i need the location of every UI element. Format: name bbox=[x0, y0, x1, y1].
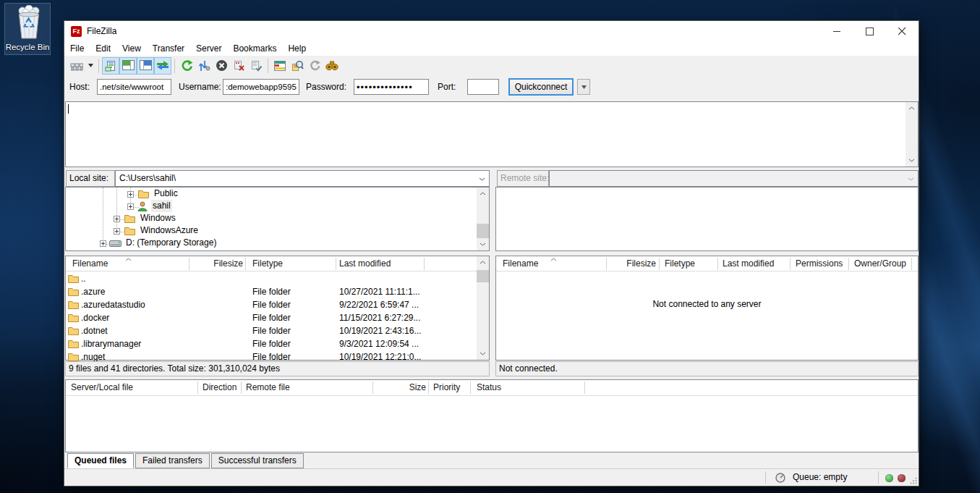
scroll-down-icon[interactable] bbox=[480, 352, 486, 355]
quickconnect-button[interactable]: Quickconnect bbox=[508, 78, 574, 96]
menu-transfer[interactable]: Transfer bbox=[147, 41, 190, 56]
menu-edit[interactable]: Edit bbox=[90, 41, 116, 56]
remote-file-list[interactable]: Filename Filesize Filetype Last modified… bbox=[495, 256, 919, 361]
menu-server[interactable]: Server bbox=[190, 41, 227, 56]
file-row[interactable]: .. bbox=[66, 272, 489, 285]
scroll-up-icon[interactable] bbox=[908, 106, 915, 110]
remote-directory-tree[interactable] bbox=[495, 187, 919, 251]
disconnect-button[interactable] bbox=[230, 57, 247, 75]
col-filetype[interactable]: Filetype bbox=[665, 256, 695, 271]
resize-grip[interactable] bbox=[910, 477, 917, 484]
folder-icon bbox=[68, 274, 79, 283]
chevron-down-icon bbox=[908, 177, 914, 181]
close-button[interactable] bbox=[886, 21, 919, 41]
col-filename[interactable]: Filename bbox=[503, 256, 538, 271]
host-input[interactable] bbox=[97, 79, 171, 95]
col-permissions[interactable]: Permissions bbox=[796, 256, 843, 271]
chevron-down-icon[interactable] bbox=[479, 177, 485, 181]
site-manager-button[interactable] bbox=[68, 57, 85, 75]
menu-bookmarks[interactable]: Bookmarks bbox=[227, 41, 282, 56]
file-row[interactable]: .azuredatastudioFile folder9/22/2021 6:5… bbox=[66, 298, 489, 311]
folder-icon bbox=[124, 214, 135, 223]
toggle-local-tree-button[interactable] bbox=[119, 57, 137, 75]
tree-expand-windows[interactable] bbox=[114, 216, 120, 222]
recycle-bin[interactable]: Recycle Bin bbox=[4, 3, 51, 55]
port-input[interactable] bbox=[467, 79, 499, 95]
col-filesize[interactable]: Filesize bbox=[606, 256, 656, 271]
transfer-queue[interactable]: Server/Local file Direction Remote file … bbox=[65, 379, 919, 452]
quickconnect-dropdown[interactable] bbox=[577, 79, 590, 95]
tree-expand-public[interactable] bbox=[127, 191, 134, 198]
queue-tabs: Queued files Failed transfers Successful… bbox=[67, 453, 305, 469]
local-site-combo[interactable]: C:\Users\sahil\ bbox=[115, 170, 490, 187]
file-row[interactable]: .librarymanagerFile folder9/3/2021 12:09… bbox=[66, 337, 489, 350]
menu-view[interactable]: View bbox=[116, 41, 147, 56]
scroll-down-icon[interactable] bbox=[480, 243, 486, 246]
filter-button[interactable] bbox=[271, 57, 289, 75]
message-log[interactable] bbox=[65, 101, 919, 167]
tree-item-drive-d[interactable]: D: (Temporary Storage) bbox=[126, 237, 216, 249]
menu-help[interactable]: Help bbox=[282, 41, 312, 56]
col-lastmodified[interactable]: Last modified bbox=[339, 256, 391, 271]
text-caret bbox=[68, 104, 69, 114]
synchronized-browsing-button[interactable] bbox=[306, 57, 323, 75]
tree-item-sahil[interactable]: sahil bbox=[151, 200, 172, 212]
col-ownergroup[interactable]: Owner/Group bbox=[854, 256, 906, 271]
drive-icon bbox=[109, 240, 122, 247]
tree-scrollbar[interactable] bbox=[477, 187, 489, 250]
reconnect-button[interactable] bbox=[247, 57, 265, 75]
scroll-up-icon[interactable] bbox=[480, 192, 486, 195]
col-filetype[interactable]: Filetype bbox=[252, 256, 283, 271]
col-status[interactable]: Status bbox=[477, 380, 501, 395]
col-filename[interactable]: Filename bbox=[72, 256, 108, 271]
file-row[interactable]: .dotnetFile folder10/19/2021 2:43:16... bbox=[66, 324, 489, 337]
minimize-button[interactable] bbox=[821, 21, 853, 41]
port-label: Port: bbox=[438, 82, 456, 92]
menu-bar: File Edit View Transfer Server Bookmarks… bbox=[64, 41, 919, 56]
file-list-scrollbar[interactable] bbox=[477, 256, 489, 360]
toggle-transfer-queue-button[interactable] bbox=[154, 57, 171, 75]
find-files-button[interactable] bbox=[323, 57, 341, 75]
maximize-button[interactable] bbox=[853, 21, 886, 41]
refresh-button[interactable] bbox=[178, 57, 195, 75]
local-directory-tree[interactable]: Public sahil Windows WindowsAzure D: (Te… bbox=[65, 187, 490, 251]
menu-file[interactable]: File bbox=[64, 41, 90, 56]
tree-item-windowsazure[interactable]: WindowsAzure bbox=[140, 224, 198, 237]
username-input[interactable] bbox=[223, 79, 299, 95]
col-remote-file[interactable]: Remote file bbox=[246, 380, 290, 395]
host-label: Host: bbox=[69, 82, 90, 92]
col-lastmodified[interactable]: Last modified bbox=[723, 256, 774, 271]
toggle-message-log-button[interactable] bbox=[102, 57, 119, 75]
local-file-list[interactable]: Filename Filesize Filetype Last modified… bbox=[65, 256, 490, 361]
scroll-up-icon[interactable] bbox=[480, 261, 486, 264]
password-input[interactable] bbox=[354, 79, 429, 95]
tree-expand-drive-d[interactable] bbox=[100, 240, 106, 247]
toggle-remote-tree-button[interactable] bbox=[137, 57, 154, 75]
col-server-local-file[interactable]: Server/Local file bbox=[71, 380, 133, 395]
col-priority[interactable]: Priority bbox=[433, 380, 460, 395]
tree-expand-windowsazure[interactable] bbox=[114, 228, 120, 235]
tree-expand-sahil[interactable] bbox=[127, 203, 134, 210]
tab-successful-transfers[interactable]: Successful transfers bbox=[211, 453, 304, 468]
status-led-green bbox=[885, 474, 893, 482]
scroll-down-icon[interactable] bbox=[908, 159, 915, 162]
file-row[interactable]: .azureFile folder10/27/2021 11:11:1... bbox=[66, 285, 489, 298]
scrollbar-thumb[interactable] bbox=[477, 270, 489, 282]
title-bar: Fz FileZilla bbox=[64, 21, 919, 41]
process-queue-button[interactable] bbox=[195, 57, 213, 75]
site-manager-dropdown[interactable] bbox=[85, 57, 95, 75]
col-direction[interactable]: Direction bbox=[203, 380, 237, 395]
tab-queued-files[interactable]: Queued files bbox=[67, 453, 134, 468]
scrollbar-thumb[interactable] bbox=[477, 224, 489, 238]
tab-failed-transfers[interactable]: Failed transfers bbox=[135, 453, 210, 468]
tree-item-public[interactable]: Public bbox=[154, 187, 178, 200]
col-filesize[interactable]: Filesize bbox=[189, 256, 243, 271]
file-row[interactable]: .dockerFile folder11/15/2021 6:27:29... bbox=[66, 311, 489, 324]
tree-item-windows[interactable]: Windows bbox=[140, 212, 176, 224]
log-scrollbar[interactable] bbox=[906, 102, 918, 167]
local-status-text: 9 files and 41 directories. Total size: … bbox=[65, 361, 490, 376]
local-list-header: Filename Filesize Filetype Last modified bbox=[66, 256, 489, 271]
compare-button[interactable] bbox=[289, 57, 306, 75]
col-size[interactable]: Size bbox=[372, 380, 426, 395]
cancel-button[interactable] bbox=[213, 57, 230, 75]
